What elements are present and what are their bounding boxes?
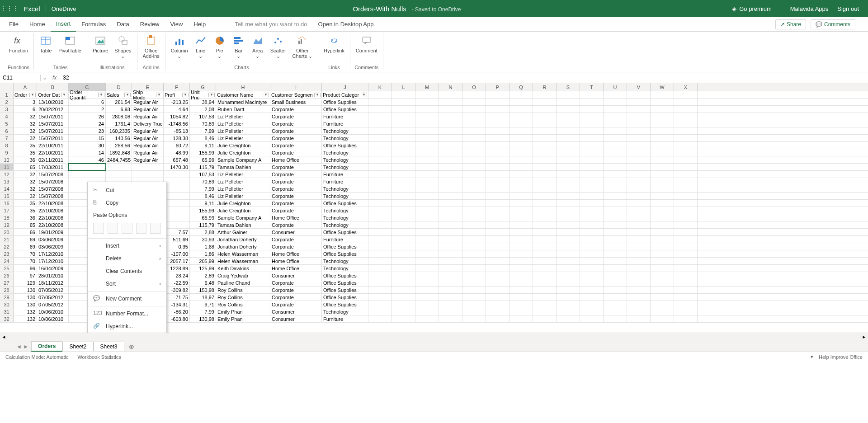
cell[interactable]: Technology (322, 193, 368, 199)
cell[interactable] (392, 156, 415, 163)
cell[interactable] (368, 272, 392, 279)
cell[interactable] (627, 229, 651, 235)
cell[interactable] (509, 142, 533, 149)
paste-option-2[interactable] (108, 223, 118, 234)
cell[interactable]: Julie Creighton (216, 149, 270, 156)
cell[interactable] (674, 156, 698, 163)
cell[interactable]: Liz Pelletier (216, 193, 270, 199)
cell[interactable] (164, 221, 190, 228)
cell[interactable]: Furniture (322, 315, 368, 322)
cell[interactable] (557, 294, 580, 301)
cell[interactable] (533, 106, 557, 113)
cell[interactable] (415, 294, 439, 301)
cell[interactable] (509, 178, 533, 185)
cell[interactable] (509, 279, 533, 286)
cell[interactable] (580, 279, 604, 286)
cell[interactable] (627, 258, 651, 264)
cell[interactable] (651, 301, 674, 308)
cell[interactable]: Corporate (270, 200, 322, 207)
cell[interactable] (439, 127, 462, 134)
scroll-left-icon[interactable]: ◄ (0, 333, 8, 341)
cell[interactable] (439, 221, 462, 228)
cell[interactable]: 03/06/2009 (37, 236, 69, 243)
name-box-dropdown-icon[interactable]: ⌄ (41, 75, 49, 81)
cell[interactable] (674, 258, 698, 264)
cell[interactable]: 22/10/2008 (37, 221, 69, 228)
cell[interactable]: Corporate (270, 149, 322, 156)
cell[interactable] (439, 142, 462, 149)
cell[interactable]: 115,79 (190, 164, 216, 170)
cell[interactable]: 48,99 (164, 149, 190, 156)
pie-chart-button[interactable]: Pie⌄ (212, 33, 228, 60)
cell[interactable] (674, 221, 698, 228)
cell[interactable] (462, 243, 486, 250)
cell[interactable]: Technology (322, 127, 368, 134)
cell[interactable] (509, 315, 533, 322)
cell[interactable] (533, 279, 557, 286)
cell[interactable]: 10/06/2010 (37, 315, 69, 322)
paste-option-3[interactable] (122, 223, 132, 234)
row-header[interactable]: 6 (0, 127, 14, 134)
cell[interactable] (674, 236, 698, 243)
comment-button[interactable]: Comment (354, 33, 379, 54)
cell[interactable] (509, 193, 533, 199)
cell[interactable] (604, 135, 627, 141)
cell[interactable] (462, 164, 486, 170)
comments-button[interactable]: 💬Comments (811, 19, 855, 29)
cell[interactable]: Liz Pelletier (216, 120, 270, 127)
cell[interactable] (439, 113, 462, 120)
cell[interactable]: 46 (69, 156, 106, 163)
cell[interactable] (627, 301, 651, 308)
column-header-M[interactable]: M (415, 83, 439, 91)
cell[interactable]: 8,46 (190, 193, 216, 199)
cell[interactable] (604, 127, 627, 134)
cell[interactable]: 15/07/2008 (37, 171, 69, 178)
cell[interactable]: 22/10/2011 (37, 149, 69, 156)
cell[interactable] (439, 214, 462, 221)
cell[interactable] (533, 294, 557, 301)
cell[interactable]: 32 (14, 120, 37, 127)
cell[interactable] (651, 99, 674, 105)
cell[interactable] (627, 185, 651, 192)
table-header[interactable]: Order Quantit▼ (69, 91, 106, 99)
cell[interactable]: 71,75 (164, 294, 190, 301)
row-header[interactable]: 25 (0, 265, 14, 272)
filter-dropdown-icon[interactable]: ▼ (124, 93, 131, 97)
cell[interactable] (368, 185, 392, 192)
cell[interactable] (509, 120, 533, 127)
table-row[interactable]: 123215/07/2008107,53Liz PelletierCorpora… (0, 171, 868, 178)
row-header[interactable]: 4 (0, 113, 14, 120)
cell[interactable] (462, 120, 486, 127)
cell[interactable] (368, 99, 392, 105)
cell[interactable] (439, 272, 462, 279)
cell[interactable] (415, 127, 439, 134)
cell[interactable] (509, 127, 533, 134)
cell[interactable] (462, 272, 486, 279)
spreadsheet-grid[interactable]: ABCDEFGHIJKLMNOPQRSTUVWX 1Order▼Order Da… (0, 83, 868, 333)
cell[interactable]: Corporate (270, 301, 322, 308)
row-header[interactable]: 11 (0, 164, 14, 170)
cell[interactable] (415, 185, 439, 192)
cell[interactable] (368, 221, 392, 228)
cell[interactable]: 60,72 (164, 142, 190, 149)
cell[interactable]: Jonathan Doherty (216, 243, 270, 250)
cell[interactable] (580, 106, 604, 113)
cell[interactable] (415, 156, 439, 163)
table-header[interactable]: Customer Segmen▼ (270, 91, 322, 99)
cell[interactable]: 261,54 (106, 99, 132, 105)
column-header-K[interactable]: K (368, 83, 392, 91)
cell[interactable] (392, 243, 415, 250)
cell[interactable] (580, 243, 604, 250)
cell[interactable] (392, 106, 415, 113)
cell[interactable] (439, 229, 462, 235)
cell[interactable]: Corporate (270, 113, 322, 120)
cell[interactable]: Corporate (270, 207, 322, 214)
tab-file[interactable]: File (4, 17, 24, 32)
cell[interactable] (392, 287, 415, 293)
cell[interactable] (533, 229, 557, 235)
cell[interactable] (462, 193, 486, 199)
cell[interactable] (580, 178, 604, 185)
cell[interactable] (604, 113, 627, 120)
cell[interactable]: 130 (14, 301, 37, 308)
cell[interactable] (580, 258, 604, 264)
